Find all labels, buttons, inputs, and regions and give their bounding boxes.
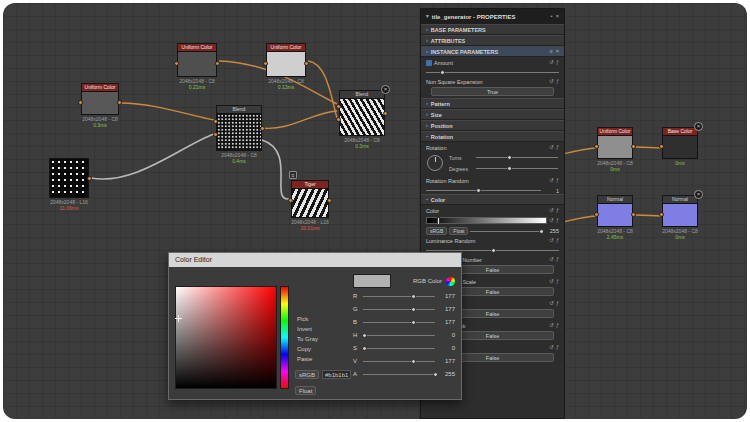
input-pin[interactable] bbox=[213, 132, 218, 137]
function-icon[interactable] bbox=[556, 345, 559, 351]
reset-icon[interactable] bbox=[549, 238, 554, 244]
node-tiger[interactable]: Tiger 2048x2048 - L16 20.01ms bbox=[291, 180, 329, 218]
srgb-mode-button[interactable]: sRGB bbox=[295, 370, 319, 379]
saturation-value-picker[interactable] bbox=[175, 286, 277, 389]
channel-value[interactable]: 177 bbox=[438, 293, 455, 299]
pick-button[interactable]: Pick bbox=[295, 315, 347, 323]
pin-panel-icon[interactable] bbox=[551, 14, 553, 20]
node-graph-canvas[interactable]: Uniform Color 2048x2048 - C8 0.3ms Unifo… bbox=[3, 3, 747, 419]
color-value[interactable]: 255 bbox=[543, 228, 559, 234]
output-pin[interactable] bbox=[631, 212, 636, 217]
function-icon[interactable] bbox=[556, 60, 559, 66]
output-pin[interactable] bbox=[87, 176, 92, 181]
input-pin[interactable] bbox=[174, 61, 179, 66]
output-pin[interactable] bbox=[327, 198, 332, 203]
input-pin[interactable] bbox=[78, 100, 83, 105]
slider-handle[interactable] bbox=[507, 155, 512, 160]
section-size[interactable]: Size bbox=[421, 109, 564, 120]
slider-handle[interactable] bbox=[411, 359, 416, 364]
slider-handle[interactable] bbox=[433, 372, 438, 377]
channel-value[interactable]: 0 bbox=[438, 332, 455, 338]
function-icon[interactable] bbox=[556, 178, 559, 184]
invert-button[interactable]: Invert bbox=[295, 325, 347, 333]
function-icon[interactable] bbox=[556, 257, 559, 263]
wire-normalsrc-to-output[interactable] bbox=[635, 215, 661, 216]
wire-blend1-to-tiger[interactable] bbox=[262, 140, 289, 199]
degrees-slider[interactable] bbox=[476, 165, 558, 172]
section-rotation[interactable]: Rotation bbox=[421, 131, 564, 142]
input-pin[interactable] bbox=[659, 212, 664, 217]
reset-icon[interactable] bbox=[549, 145, 554, 151]
to-gray-button[interactable]: To Gray bbox=[295, 335, 347, 343]
node-blend-2[interactable]: Blend 2048x2048 - C8 0.3ms bbox=[339, 90, 385, 136]
amount-slider[interactable] bbox=[426, 69, 559, 76]
function-icon[interactable] bbox=[556, 79, 559, 85]
wire-into-normalsrc[interactable] bbox=[563, 216, 596, 222]
slider-handle[interactable] bbox=[411, 294, 416, 299]
output-pin[interactable] bbox=[260, 126, 265, 131]
slider-handle[interactable] bbox=[539, 229, 544, 234]
channel-slider[interactable] bbox=[363, 332, 435, 339]
wire-into-colorsrc[interactable] bbox=[563, 148, 596, 154]
output-pin[interactable] bbox=[631, 144, 636, 149]
input-pin[interactable] bbox=[336, 117, 341, 122]
node-uniform-color-1[interactable]: Uniform Color 2048x2048 - C8 0.3ms bbox=[81, 83, 119, 115]
comment-badge-icon[interactable] bbox=[289, 171, 297, 179]
channel-value[interactable]: 177 bbox=[438, 358, 455, 364]
function-icon[interactable] bbox=[556, 218, 559, 224]
slider-handle[interactable] bbox=[362, 333, 367, 338]
color-editor-titlebar[interactable]: Color Editor bbox=[169, 253, 461, 267]
hue-strip[interactable] bbox=[280, 286, 289, 389]
node-basecolor-source[interactable]: Uniform Color 2048x2048 - C8 0ms bbox=[597, 127, 633, 159]
channel-value[interactable]: 177 bbox=[438, 306, 455, 312]
function-icon[interactable] bbox=[556, 145, 559, 151]
reset-icon[interactable] bbox=[549, 301, 554, 307]
function-icon[interactable] bbox=[556, 279, 559, 285]
reset-icon[interactable] bbox=[549, 60, 554, 66]
turns-slider[interactable] bbox=[476, 154, 558, 161]
clear-icon[interactable] bbox=[556, 49, 559, 55]
output-pin[interactable] bbox=[117, 100, 122, 105]
section-pattern[interactable]: Pattern bbox=[421, 98, 564, 109]
color-gradient-bar[interactable] bbox=[426, 217, 547, 224]
input-pin[interactable] bbox=[213, 119, 218, 124]
slider-handle[interactable] bbox=[507, 166, 512, 171]
close-panel-icon[interactable] bbox=[556, 14, 559, 20]
function-icon[interactable] bbox=[556, 301, 559, 307]
slider-handle[interactable] bbox=[491, 248, 496, 253]
slider-handle[interactable] bbox=[476, 188, 481, 193]
list-view-icon[interactable] bbox=[550, 49, 553, 55]
function-icon[interactable] bbox=[556, 238, 559, 244]
slider-handle[interactable] bbox=[362, 346, 367, 351]
output-pin[interactable] bbox=[383, 111, 388, 116]
section-attributes[interactable]: ATTRIBUTES bbox=[421, 35, 564, 46]
rotation-random-value[interactable]: 1 bbox=[543, 188, 559, 194]
input-pin[interactable] bbox=[594, 212, 599, 217]
rotation-random-slider[interactable] bbox=[426, 187, 541, 194]
output-toggle-icon[interactable] bbox=[694, 122, 703, 131]
hex-input[interactable]: #b1b1b1 bbox=[322, 370, 351, 379]
input-pin[interactable] bbox=[263, 61, 268, 66]
output-pin[interactable] bbox=[215, 61, 220, 66]
node-blend-1[interactable]: Blend 2048x2048 - C8 0.4ms bbox=[216, 105, 262, 151]
wire-poly-to-blend1[interactable] bbox=[91, 134, 214, 179]
paste-button[interactable]: Paste bbox=[295, 355, 347, 363]
picker-cursor-icon[interactable] bbox=[175, 315, 182, 322]
wire-colorsrc-to-output[interactable] bbox=[635, 147, 661, 148]
channel-slider[interactable] bbox=[363, 293, 435, 300]
float-mode-button[interactable]: Float bbox=[295, 386, 316, 395]
output-pin[interactable] bbox=[304, 61, 309, 66]
slider-handle[interactable] bbox=[411, 307, 416, 312]
channel-value[interactable]: 0 bbox=[438, 345, 455, 351]
channel-slider[interactable] bbox=[363, 306, 435, 313]
function-icon[interactable] bbox=[556, 208, 559, 214]
reset-icon[interactable] bbox=[549, 79, 554, 85]
output-toggle-icon[interactable] bbox=[694, 190, 703, 199]
reset-icon[interactable] bbox=[549, 208, 554, 214]
section-color[interactable]: Color bbox=[421, 194, 564, 205]
reset-icon[interactable] bbox=[549, 178, 554, 184]
rotation-knob[interactable] bbox=[427, 155, 443, 171]
input-pin[interactable] bbox=[659, 144, 664, 149]
panel-menu-icon[interactable] bbox=[426, 14, 429, 20]
reset-icon[interactable] bbox=[549, 345, 554, 351]
